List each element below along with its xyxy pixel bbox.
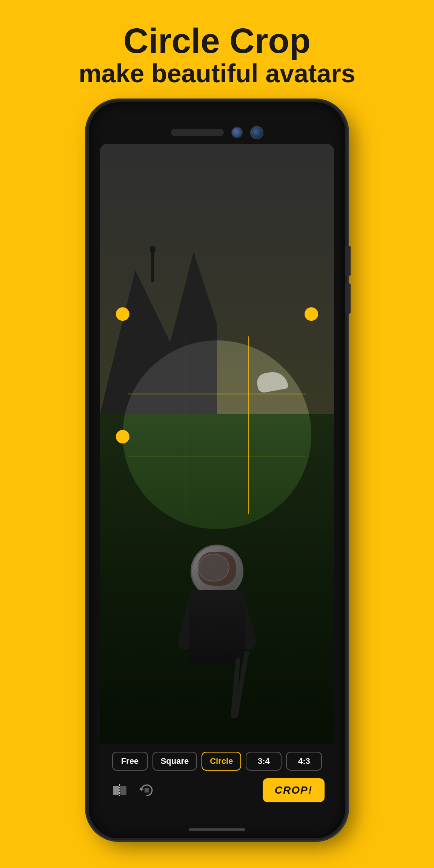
app-title-line1: Circle Crop <box>0 23 434 59</box>
grid-h2 <box>123 457 311 457</box>
speaker <box>171 129 224 136</box>
action-icons <box>109 780 157 800</box>
circle-button[interactable]: Circle <box>202 752 241 771</box>
crop-overlay <box>100 144 334 744</box>
shape-buttons-row: Free Square Circle 3:4 4:3 <box>106 752 328 771</box>
svg-rect-0 <box>113 786 119 795</box>
phone-mockup: Free Square Circle 3:4 4:3 <box>0 102 434 838</box>
header: Circle Crop make beautiful avatars <box>0 0 434 95</box>
flip-button[interactable] <box>109 780 130 800</box>
ratio-34-button[interactable]: 3:4 <box>246 752 282 771</box>
handle-bottom-right[interactable] <box>305 307 318 321</box>
volume-down-button <box>345 283 351 314</box>
grid-v2 <box>248 331 249 520</box>
grid-v1 <box>186 331 186 520</box>
svg-marker-3 <box>139 787 144 790</box>
camera-left <box>231 127 243 138</box>
svg-rect-4 <box>145 788 149 793</box>
image-area[interactable] <box>100 144 334 744</box>
handle-bottom-left[interactable] <box>116 307 129 321</box>
crop-grid <box>123 331 311 520</box>
app-title-line2: make beautiful avatars <box>0 59 434 88</box>
home-indicator <box>189 828 245 831</box>
toolbar: Free Square Circle 3:4 4:3 <box>100 744 334 808</box>
grid-h1 <box>123 394 311 394</box>
camera-right <box>250 126 263 139</box>
square-button[interactable]: Square <box>152 752 197 771</box>
handle-left[interactable] <box>116 430 129 443</box>
action-bar: CROP! <box>106 778 328 802</box>
phone-body: Free Square Circle 3:4 4:3 <box>89 102 345 838</box>
screen: Free Square Circle 3:4 4:3 <box>100 144 334 808</box>
crop-circle <box>123 340 311 529</box>
free-button[interactable]: Free <box>112 752 148 771</box>
svg-rect-1 <box>120 786 126 795</box>
volume-up-button <box>345 246 351 276</box>
ratio-43-button[interactable]: 4:3 <box>286 752 322 771</box>
rotate-button[interactable] <box>137 780 157 800</box>
crop-button[interactable]: CROP! <box>263 778 325 802</box>
